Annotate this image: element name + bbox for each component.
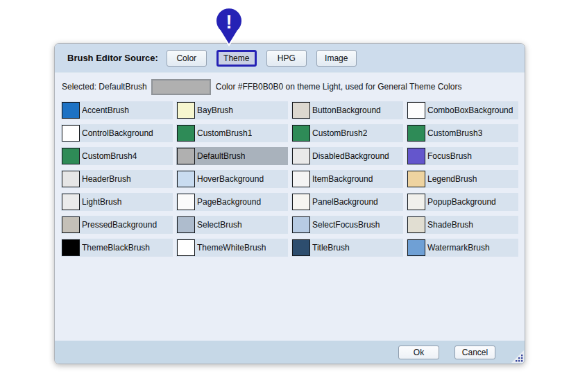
brush-label: LegendBrush bbox=[427, 174, 477, 184]
exclamation-glyph: ! bbox=[226, 12, 232, 33]
brush-item[interactable]: LightBrush bbox=[61, 193, 173, 211]
brush-item[interactable]: PressedBackground bbox=[61, 216, 173, 234]
brush-label: ControlBackground bbox=[82, 128, 153, 138]
selected-brush-row: Selected: DefaultBrush Color #FFB0B0B0 o… bbox=[62, 77, 518, 96]
brush-item[interactable]: WatermarkBrush bbox=[407, 239, 518, 257]
brush-swatch bbox=[292, 148, 310, 164]
brush-label: DisabledBackground bbox=[312, 151, 389, 161]
brush-item[interactable]: ShadeBrush bbox=[407, 216, 518, 234]
brush-item[interactable]: CustomBrush2 bbox=[291, 124, 403, 142]
brush-label: SelectFocusBrush bbox=[312, 220, 380, 230]
brush-label: PressedBackground bbox=[82, 220, 157, 230]
brush-swatch bbox=[292, 102, 310, 119]
brush-swatch bbox=[62, 239, 80, 256]
brush-swatch bbox=[407, 148, 425, 164]
screen: ! Brush Editor Source: Color Theme HPG I… bbox=[0, 0, 578, 392]
brush-swatch bbox=[407, 171, 425, 187]
brush-item[interactable]: LegendBrush bbox=[407, 170, 518, 188]
brush-swatch bbox=[62, 125, 80, 142]
source-tabs: Color Theme HPG Image bbox=[167, 50, 357, 67]
brush-swatch bbox=[292, 125, 310, 142]
brush-swatch bbox=[292, 239, 310, 256]
brush-label: CustomBrush4 bbox=[82, 151, 137, 161]
brush-label: PopupBackground bbox=[427, 197, 496, 207]
brush-swatch bbox=[177, 148, 195, 164]
brush-grid: AccentBrush BayBrush ButtonBackground Co… bbox=[61, 101, 518, 257]
brush-label: DefaultBrush bbox=[197, 151, 245, 161]
brush-label: FocusBrush bbox=[427, 151, 472, 161]
brush-item[interactable]: TitleBrush bbox=[291, 239, 403, 257]
brush-swatch bbox=[177, 102, 195, 119]
brush-item[interactable]: BayBrush bbox=[176, 101, 288, 119]
brush-item[interactable]: SelectBrush bbox=[176, 216, 288, 234]
selected-brush-description: Color #FFB0B0B0 on theme Light, used for… bbox=[216, 82, 462, 92]
brush-swatch bbox=[177, 125, 195, 142]
brush-item[interactable]: ComboBoxBackground bbox=[407, 101, 518, 119]
brush-label: ThemeBlackBrush bbox=[82, 243, 150, 253]
dialog-title: Brush Editor Source: bbox=[67, 53, 158, 63]
brush-item[interactable]: HoverBackground bbox=[176, 170, 288, 188]
brush-item[interactable]: ThemeBlackBrush bbox=[61, 239, 173, 257]
brush-swatch bbox=[177, 194, 195, 210]
resize-grip-icon[interactable] bbox=[511, 350, 524, 363]
cancel-button[interactable]: Cancel bbox=[454, 346, 495, 359]
brush-swatch bbox=[407, 125, 425, 142]
brush-item[interactable]: SelectFocusBrush bbox=[291, 216, 403, 234]
brush-item[interactable]: CustomBrush1 bbox=[176, 124, 288, 142]
brush-item[interactable]: CustomBrush3 bbox=[407, 124, 518, 142]
brush-item[interactable]: ItemBackground bbox=[291, 170, 403, 188]
brush-swatch bbox=[62, 102, 80, 119]
brush-label: ThemeWhiteBrush bbox=[197, 243, 266, 253]
brush-label: LightBrush bbox=[82, 197, 121, 207]
brush-item[interactable]: DisabledBackground bbox=[291, 147, 403, 165]
brush-label: CustomBrush2 bbox=[312, 128, 367, 138]
brush-item[interactable]: DefaultBrush bbox=[176, 147, 288, 165]
brush-label: SelectBrush bbox=[197, 220, 242, 230]
brush-item[interactable]: FocusBrush bbox=[407, 147, 518, 165]
brush-item[interactable]: PageBackground bbox=[176, 193, 288, 211]
brush-label: BayBrush bbox=[197, 105, 233, 115]
brush-swatch bbox=[292, 171, 310, 187]
brush-label: CustomBrush3 bbox=[427, 128, 482, 138]
tab-color[interactable]: Color bbox=[167, 50, 207, 67]
brush-item[interactable]: PopupBackground bbox=[407, 193, 518, 211]
exclamation-pin-icon: ! bbox=[211, 8, 247, 46]
brush-label: HoverBackground bbox=[197, 174, 264, 184]
brush-item[interactable]: PanelBackground bbox=[291, 193, 403, 211]
dialog-footer: Ok Cancel bbox=[55, 341, 525, 364]
brush-swatch bbox=[292, 216, 310, 233]
brush-label: WatermarkBrush bbox=[427, 243, 490, 253]
ok-button[interactable]: Ok bbox=[398, 346, 439, 359]
tab-theme[interactable]: Theme bbox=[216, 50, 257, 67]
brush-label: ComboBoxBackground bbox=[427, 105, 513, 115]
tab-hpg[interactable]: HPG bbox=[266, 50, 307, 67]
brush-item[interactable]: CustomBrush4 bbox=[61, 147, 173, 165]
brush-swatch bbox=[62, 148, 80, 164]
dialog-content: Selected: DefaultBrush Color #FFB0B0B0 o… bbox=[55, 73, 525, 341]
brush-swatch bbox=[177, 171, 195, 187]
brush-item[interactable]: ThemeWhiteBrush bbox=[176, 239, 288, 257]
tab-image[interactable]: Image bbox=[316, 50, 357, 67]
brush-swatch bbox=[407, 102, 425, 119]
brush-swatch bbox=[407, 194, 425, 210]
brush-label: ShadeBrush bbox=[427, 220, 473, 230]
brush-swatch bbox=[292, 194, 310, 210]
brush-swatch bbox=[62, 171, 80, 187]
selected-brush-swatch bbox=[151, 79, 211, 95]
brush-label: PageBackground bbox=[197, 197, 261, 207]
selected-brush-prefix: Selected: DefaultBrush bbox=[62, 82, 147, 92]
brush-swatch bbox=[407, 216, 425, 233]
brush-item[interactable]: ButtonBackground bbox=[291, 101, 403, 119]
brush-item[interactable]: AccentBrush bbox=[61, 101, 173, 119]
dialog-header: Brush Editor Source: Color Theme HPG Ima… bbox=[55, 44, 525, 73]
brush-item[interactable]: HeaderBrush bbox=[61, 170, 173, 188]
brush-label: ItemBackground bbox=[312, 174, 373, 184]
brush-editor-dialog: Brush Editor Source: Color Theme HPG Ima… bbox=[54, 43, 525, 364]
brush-label: AccentBrush bbox=[82, 105, 129, 115]
brush-swatch bbox=[407, 239, 425, 256]
brush-item[interactable]: ControlBackground bbox=[61, 124, 173, 142]
brush-swatch bbox=[177, 216, 195, 233]
brush-label: HeaderBrush bbox=[82, 174, 131, 184]
brush-swatch bbox=[62, 194, 80, 210]
brush-label: CustomBrush1 bbox=[197, 128, 252, 138]
